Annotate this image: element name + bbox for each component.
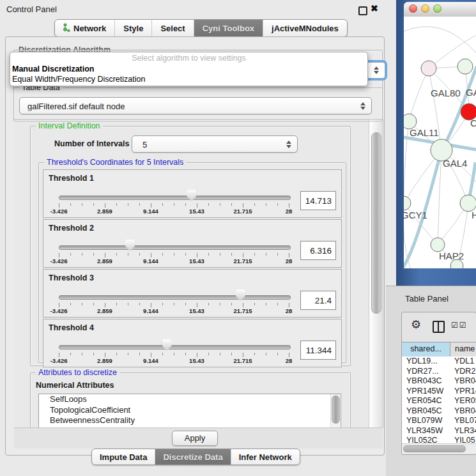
tick-mark: [116, 253, 117, 256]
apply-button[interactable]: Apply: [172, 431, 218, 446]
network-node-label: GAL4: [443, 158, 467, 169]
slider-track[interactable]: [59, 196, 291, 200]
number-of-intervals-combobox[interactable]: 5: [132, 135, 298, 153]
cell-name: YBR04: [450, 406, 476, 417]
cell-shared-name: YPR145W: [402, 387, 450, 397]
gear-icon[interactable]: ⚙: [411, 318, 421, 332]
tick-mark: [277, 203, 278, 206]
tick-mark: [277, 253, 278, 256]
table-row[interactable]: YER054CYER05: [402, 396, 476, 406]
cyni-toolbox-panel: Discretization Algorithm Select algorith…: [5, 36, 385, 456]
table-row[interactable]: YBL079WYBL07: [402, 416, 476, 426]
tick-mark: [266, 253, 266, 256]
slider-track[interactable]: [59, 345, 291, 349]
tick-mark: [289, 203, 289, 208]
tab-label: jActiveMNodules: [272, 24, 339, 33]
tick-label: 15.43: [178, 307, 216, 314]
threshold-panel: Threshold 4-3.4262.8599.14415.4321.71528…: [43, 319, 342, 367]
table-data-selected-value: galFiltered.sif default node: [27, 101, 125, 111]
list-scrollbar[interactable]: [330, 394, 340, 427]
table-horizontal-scrollbar-thumb[interactable]: [403, 445, 466, 452]
slider-track[interactable]: [59, 245, 291, 250]
tick-mark: [243, 253, 243, 257]
tick-mark: [254, 203, 255, 206]
column-header-shared-name[interactable]: shared...: [402, 342, 450, 357]
attribute-list-item[interactable]: SelfLoops: [39, 394, 341, 405]
tick-mark: [93, 353, 94, 355]
split-columns-icon[interactable]: [433, 321, 445, 333]
tab-cyni-toolbox[interactable]: Cyni Toolbox: [194, 20, 263, 36]
dropdown-option-equal-width-frequency[interactable]: Equal Width/Frequency Discretization: [10, 74, 367, 84]
tab-impute-data[interactable]: Impute Data: [92, 449, 155, 464]
table-header-row: shared... name: [402, 342, 476, 357]
network-node[interactable]: [431, 238, 445, 252]
threshold-value-field[interactable]: 14.713: [300, 191, 336, 210]
dropdown-hint: Select algorithm to view settings: [10, 52, 367, 64]
tick-mark: [208, 203, 209, 206]
stepper-icon: [286, 141, 291, 148]
list-scrollbar-thumb[interactable]: [332, 395, 340, 424]
network-canvas[interactable]: GAL80GACGAL11GAL4GCY1HHAP2: [404, 17, 476, 268]
network-node[interactable]: [457, 59, 473, 74]
column-header-name[interactable]: name: [450, 342, 476, 357]
tick-mark: [70, 303, 71, 305]
interval-definition-group: Interval Definition Number of Intervals …: [30, 126, 351, 366]
tab-infer-network[interactable]: Infer Network: [231, 449, 300, 464]
tab-select[interactable]: Select: [152, 20, 194, 36]
panel-scrollbar-thumb[interactable]: [371, 132, 381, 314]
numerical-attributes-list[interactable]: SelfLoopsTopologicalCoefficientBetweenne…: [38, 394, 341, 427]
cell-shared-name: YBL079W: [402, 416, 450, 426]
minimize-traffic-light-icon[interactable]: [421, 4, 429, 13]
table-horizontal-scrollbar[interactable]: [402, 443, 476, 454]
panel-scrollbar[interactable]: [369, 119, 383, 427]
tick-mark: [151, 253, 151, 257]
table-row[interactable]: YLR345WYLR34: [402, 426, 476, 436]
dropdown-option-manual-discretization[interactable]: Manual Discretization: [10, 64, 367, 74]
tab-jactivemnodules[interactable]: jActiveMNodules: [263, 20, 347, 36]
tick-mark: [59, 353, 59, 357]
checkbox-icons[interactable]: ☑☑: [451, 321, 468, 330]
zoom-traffic-light-icon[interactable]: [433, 4, 441, 13]
tick-mark: [266, 203, 266, 206]
close-traffic-light-icon[interactable]: [409, 4, 417, 13]
table-row[interactable]: YBR045CYBR04: [402, 406, 476, 417]
tab-style[interactable]: Style: [115, 20, 152, 36]
table-row[interactable]: YDL19...YDL1: [402, 357, 476, 367]
maximize-icon[interactable]: [358, 6, 367, 15]
cell-shared-name: YBR043C: [402, 376, 450, 387]
tick-mark: [254, 253, 255, 256]
threshold-value-field[interactable]: 11.344: [300, 341, 336, 360]
tick-mark: [174, 253, 174, 256]
tab-discretize-data[interactable]: Discretize Data: [155, 449, 231, 464]
attributes-group: Attributes to discretize Numerical Attri…: [30, 372, 351, 427]
attribute-list-item[interactable]: BetweennessCentrality: [39, 415, 341, 426]
network-node[interactable]: [421, 61, 436, 76]
tick-mark: [208, 303, 209, 305]
close-icon[interactable]: ✖: [371, 3, 378, 13]
tick-mark: [82, 203, 82, 206]
network-node[interactable]: [404, 196, 411, 210]
cell-name: YER05: [450, 396, 476, 406]
threshold-value-field[interactable]: 6.316: [300, 241, 336, 260]
cell-shared-name: YDR27...: [402, 367, 450, 377]
cell-shared-name: YBR045C: [402, 406, 450, 417]
tick-label: -3.426: [40, 208, 78, 215]
table-row[interactable]: YIL052CYIL05: [402, 436, 476, 443]
table-row[interactable]: YDR27...YDR2: [402, 367, 476, 377]
tick-mark: [139, 353, 140, 355]
table-data-combobox[interactable]: galFiltered.sif default node: [19, 97, 372, 114]
threshold-value-field[interactable]: 21.4: [300, 291, 336, 310]
algorithm-dropdown-popup: Select algorithm to view settings Manual…: [10, 52, 368, 86]
tab-label: Impute Data: [100, 452, 147, 462]
tick-mark: [139, 203, 140, 206]
tick-mark: [243, 203, 243, 208]
tick-mark: [231, 203, 232, 206]
slider-track[interactable]: [59, 295, 291, 300]
tick-label: 2.859: [86, 208, 124, 215]
table-row[interactable]: YBR043CYBR04: [402, 376, 476, 387]
network-window-titlebar[interactable]: [404, 2, 476, 17]
attribute-list-item[interactable]: TopologicalCoefficient: [39, 405, 341, 416]
tab-network[interactable]: Network: [55, 20, 115, 36]
attributes-group-title: Attributes to discretize: [36, 368, 119, 377]
table-row[interactable]: YPR145WYPR14: [402, 387, 476, 397]
